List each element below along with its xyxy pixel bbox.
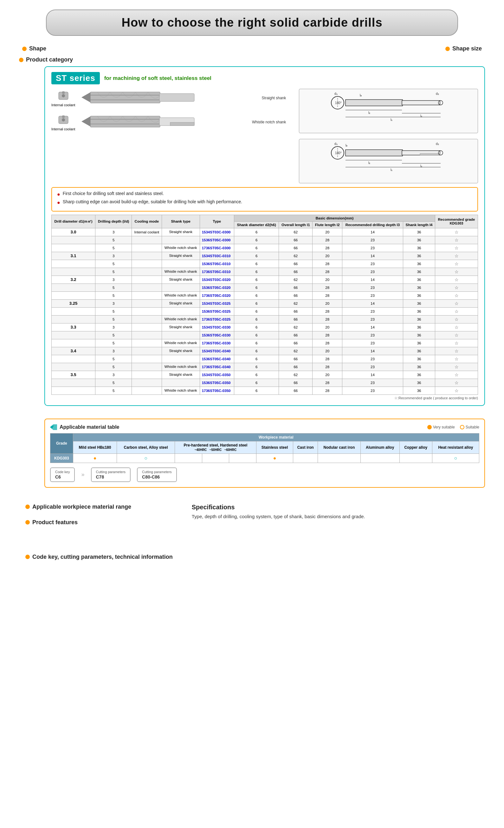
td-shank-type xyxy=(162,355,200,363)
td-l3: 23 xyxy=(342,363,403,371)
td-diameter: 3.3 xyxy=(52,323,95,331)
series-box: ST series for machining of soft steel, s… xyxy=(44,66,485,406)
code-key-label: Code key xyxy=(55,470,70,474)
material-title: Applicable material table xyxy=(50,424,120,430)
svg-text:d₁: d₁ xyxy=(334,142,338,146)
code-key-annotation-label: Code key, cutting parameters, technical … xyxy=(32,554,173,561)
td-l4: 36 xyxy=(403,315,435,323)
td-l2: 28 xyxy=(312,386,342,395)
td-l1: 62 xyxy=(279,371,312,379)
td-grade: ☆ xyxy=(435,307,478,315)
td-type: 1736ST05C-0300 xyxy=(200,244,234,252)
td-shank-type xyxy=(162,331,200,339)
mat-40hrc xyxy=(175,453,202,463)
table-row: 51536ST05C-0340666282336☆ xyxy=(52,355,478,363)
td-l1: 62 xyxy=(279,347,312,355)
bottom-left: Applicable workpiece material range Prod… xyxy=(25,497,173,563)
svg-rect-10 xyxy=(62,116,65,118)
td-l4: 36 xyxy=(403,267,435,276)
mat-col-mild: Mild steel HB≤180 xyxy=(73,441,117,453)
th-cooling: Cooling mode xyxy=(132,215,162,228)
svg-text:l₃: l₃ xyxy=(360,93,362,97)
bullet-box: ● First choice for drilling soft steel a… xyxy=(51,187,478,211)
th-shank: Shank type xyxy=(162,215,200,228)
td-shank-type: Whistle notch shank xyxy=(162,339,200,347)
td-cooling xyxy=(132,339,162,347)
applicable-workpiece-label: Applicable workpiece material range xyxy=(32,504,131,510)
mat-stainless: ● xyxy=(256,453,293,463)
td-d2: 6 xyxy=(234,386,279,395)
code-key-annotation: Code key, cutting parameters, technical … xyxy=(25,554,173,561)
th-basic-dim: Basic dimension(mm) xyxy=(234,215,435,221)
td-diameter xyxy=(52,260,95,267)
td-cooling xyxy=(132,386,162,395)
td-l4: 36 xyxy=(403,276,435,284)
applicable-workpiece-dot xyxy=(25,504,30,509)
product-features-label: Product features xyxy=(32,519,78,526)
td-diameter xyxy=(52,363,95,371)
code-key-value: C6 xyxy=(55,474,70,480)
td-l1: 66 xyxy=(279,244,312,252)
td-diameter xyxy=(52,331,95,339)
td-l3: 14 xyxy=(342,323,403,331)
table-row: 5Whistle notch shank1736ST05C-0310666282… xyxy=(52,267,478,276)
td-l2: 20 xyxy=(312,371,342,379)
table-row: 3.253Straight shank1534ST03C-03256622014… xyxy=(52,299,478,307)
td-l1: 66 xyxy=(279,267,312,276)
drill-illustrations: Internal coolant xyxy=(51,89,478,183)
table-row: 5Whistle notch shank1736ST05C-0330666282… xyxy=(52,339,478,347)
td-l1: 66 xyxy=(279,291,312,299)
shape-label: Shape xyxy=(29,45,46,52)
td-depth: 3 xyxy=(95,299,132,307)
td-l4: 36 xyxy=(403,252,435,260)
td-grade: ☆ xyxy=(435,228,478,236)
svg-text:l₁: l₁ xyxy=(390,168,392,172)
td-shank-type: Straight shank xyxy=(162,252,200,260)
td-cooling xyxy=(132,267,162,276)
svg-rect-4 xyxy=(90,92,160,103)
td-type: 1536ST05C-0340 xyxy=(200,355,234,363)
page-wrapper: How to choose the right solid carbide dr… xyxy=(6,9,498,563)
td-type: 1536ST05C-0310 xyxy=(200,260,234,267)
td-grade: ☆ xyxy=(435,299,478,307)
td-l3: 14 xyxy=(342,299,403,307)
td-diameter: 3.1 xyxy=(52,252,95,260)
td-type: 1536ST05C-0320 xyxy=(200,284,234,291)
mat-col-aluminum: Aluminum alloy xyxy=(361,441,400,453)
td-type: 1736ST05C-0340 xyxy=(200,363,234,371)
td-l4: 36 xyxy=(403,244,435,252)
td-diameter: 3.0 xyxy=(52,228,95,236)
internal-coolant-label-1: Internal coolant xyxy=(51,103,75,107)
whistle-shank-label: Whistle notch shank xyxy=(252,120,286,124)
td-grade: ☆ xyxy=(435,371,478,379)
td-cooling xyxy=(132,299,162,307)
table-row: 5Whistle notch shank1736ST05C-0300666282… xyxy=(52,244,478,252)
svg-text:d₁: d₁ xyxy=(334,92,338,95)
td-l2: 28 xyxy=(312,267,342,276)
td-depth: 3 xyxy=(95,323,132,331)
td-shank-type: Whistle notch shank xyxy=(162,291,200,299)
table-row: 5Whistle notch shank1736ST05C-0350666282… xyxy=(52,386,478,395)
td-d2: 6 xyxy=(234,347,279,355)
internal-coolant-label-2: Internal coolant xyxy=(51,127,75,131)
table-row: 3.13Straight shank1534ST03C-031066220143… xyxy=(52,252,478,260)
td-l3: 23 xyxy=(342,236,403,244)
td-type: 1536ST05C-0330 xyxy=(200,331,234,339)
td-l2: 28 xyxy=(312,284,342,291)
td-depth: 3 xyxy=(95,276,132,284)
td-type: 1736ST05C-0320 xyxy=(200,291,234,299)
cutting-params-label-1: Cutting parameters xyxy=(96,470,126,474)
td-l3: 14 xyxy=(342,276,403,284)
td-diameter xyxy=(52,339,95,347)
product-features-dot xyxy=(25,520,30,525)
td-depth: 5 xyxy=(95,386,132,395)
mat-col-heat: Heat resistant alloy xyxy=(432,441,479,453)
td-l3: 23 xyxy=(342,291,403,299)
table-row: 5Whistle notch shank1736ST05C-0325666282… xyxy=(52,315,478,323)
coolant-icon-1 xyxy=(57,89,70,102)
td-l1: 62 xyxy=(279,299,312,307)
td-depth: 5 xyxy=(95,244,132,252)
td-l2: 20 xyxy=(312,347,342,355)
td-cooling xyxy=(132,371,162,379)
td-grade: ☆ xyxy=(435,331,478,339)
